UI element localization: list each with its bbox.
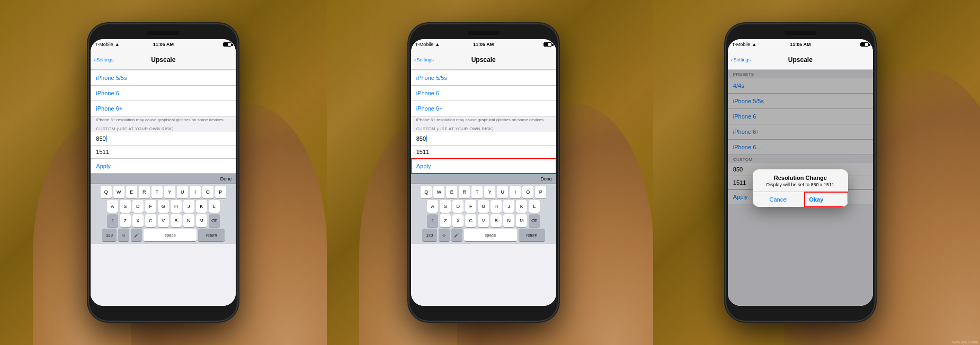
key-j[interactable]: J: [183, 200, 194, 213]
key-w[interactable]: W: [113, 186, 124, 198]
key2-t[interactable]: T: [471, 186, 483, 198]
key-123[interactable]: 123: [102, 229, 117, 241]
key-o[interactable]: O: [202, 186, 213, 198]
cancel-button-3[interactable]: Cancel: [753, 192, 805, 207]
key-z[interactable]: Z: [120, 214, 131, 227]
key-shift[interactable]: ⇧: [107, 214, 118, 227]
keyboard-toolbar-2: Done: [411, 174, 556, 184]
iphone-6-1[interactable]: iPhone 6: [91, 86, 236, 101]
key-mic[interactable]: 🎤: [131, 229, 142, 241]
key-d[interactable]: D: [132, 200, 144, 213]
back-button-2[interactable]: ‹ Settings: [414, 57, 434, 63]
field2-1[interactable]: 1511: [91, 146, 236, 159]
key-i[interactable]: I: [190, 186, 201, 198]
key-delete[interactable]: ⌫: [209, 214, 220, 227]
key-l[interactable]: L: [209, 200, 220, 213]
key2-l[interactable]: L: [529, 200, 540, 213]
panel-1: T-Mobile ▲ 11:05 AM ‹ Settings Upscale: [0, 0, 327, 345]
key2-h[interactable]: H: [491, 200, 502, 213]
key2-r[interactable]: R: [459, 186, 470, 198]
status-bar-1: T-Mobile ▲ 11:05 AM: [91, 39, 236, 50]
key2-q[interactable]: Q: [421, 186, 432, 198]
battery-fill-3: [861, 43, 865, 46]
iphone-6plus-2[interactable]: iPhone 6+: [411, 101, 556, 116]
key2-123[interactable]: 123: [422, 229, 437, 241]
key-row-4: 123 ☺ 🎤 space return: [92, 229, 235, 241]
key2-shift[interactable]: ⇧: [427, 214, 438, 227]
panel-2: T-Mobile ▲ 11:05 AM ‹ Settings Upscale: [327, 0, 654, 345]
key2-p[interactable]: P: [535, 186, 546, 198]
key2-z[interactable]: Z: [440, 214, 451, 227]
content-area-3: PRESETS 4/4s iPhone 5/5s iPhone 6 iPhone…: [728, 70, 873, 306]
apply-btn-1[interactable]: Apply: [91, 159, 236, 174]
iphone-55s-1[interactable]: iPhone 5/5s: [91, 70, 236, 86]
key2-a[interactable]: A: [427, 200, 438, 213]
key-b[interactable]: B: [171, 214, 182, 227]
key-t[interactable]: T: [152, 186, 163, 198]
key2-d[interactable]: D: [452, 200, 464, 213]
key2-v[interactable]: V: [478, 214, 489, 227]
key-space[interactable]: space: [144, 229, 197, 241]
key2-e[interactable]: E: [446, 186, 457, 198]
key-m[interactable]: M: [196, 214, 207, 227]
iphone-frame-1: T-Mobile ▲ 11:05 AM ‹ Settings Upscale: [89, 24, 237, 321]
key2-m[interactable]: M: [516, 214, 527, 227]
back-button-3[interactable]: ‹ Settings: [731, 57, 751, 63]
key2-mic[interactable]: 🎤: [451, 229, 462, 241]
key2-f[interactable]: F: [465, 200, 476, 213]
key-g[interactable]: G: [158, 200, 169, 213]
iphone-6-2[interactable]: iPhone 6: [411, 86, 556, 101]
key-a[interactable]: A: [107, 200, 118, 213]
key-r[interactable]: R: [139, 186, 150, 198]
key-y[interactable]: Y: [164, 186, 175, 198]
key2-c[interactable]: C: [465, 214, 476, 227]
panel-3: www.xyd n.com T-Mobile ▲ 11:05 AM ‹: [653, 0, 980, 345]
iphone-55s-2[interactable]: iPhone 5/5s: [411, 70, 556, 86]
wifi-2: ▲: [435, 42, 440, 47]
key-return[interactable]: return: [198, 229, 225, 241]
key-c[interactable]: C: [145, 214, 156, 227]
iphone-6plus-1[interactable]: iPhone 6+: [91, 101, 236, 116]
key2-x[interactable]: X: [452, 214, 464, 227]
key2-k[interactable]: K: [516, 200, 527, 213]
key-k[interactable]: K: [196, 200, 207, 213]
key2-emoji[interactable]: ☺: [439, 229, 450, 241]
key-x[interactable]: X: [132, 214, 144, 227]
key2-n[interactable]: N: [503, 214, 514, 227]
back-label-3: Settings: [734, 57, 751, 62]
key-row-2: A S D F G H J K L: [92, 200, 235, 213]
key2-o[interactable]: O: [522, 186, 533, 198]
field1-2[interactable]: 850: [411, 132, 556, 146]
key-u[interactable]: U: [177, 186, 188, 198]
key-f[interactable]: F: [145, 200, 156, 213]
key2-return[interactable]: return: [519, 229, 545, 241]
key-v[interactable]: V: [158, 214, 169, 227]
field2-2[interactable]: 1511: [411, 146, 556, 159]
dialog-title-3: Resolution Change: [753, 169, 848, 182]
key2-i[interactable]: I: [510, 186, 521, 198]
key2-y[interactable]: Y: [484, 186, 495, 198]
key2-space[interactable]: space: [464, 229, 517, 241]
key-p[interactable]: P: [215, 186, 226, 198]
field1-1[interactable]: 850: [91, 132, 236, 146]
key2-b[interactable]: B: [491, 214, 502, 227]
key-emoji[interactable]: ☺: [118, 229, 129, 241]
key2-u[interactable]: U: [497, 186, 508, 198]
key-e[interactable]: E: [126, 186, 137, 198]
watermark: www.xyd n.com: [952, 340, 978, 344]
back-button-1[interactable]: ‹ Settings: [94, 57, 113, 63]
presets-section-1: iPhone 5/5s iPhone 6 iPhone 6+: [91, 70, 236, 116]
nav-bar-1: ‹ Settings Upscale: [91, 50, 236, 70]
cursor-2: [426, 135, 427, 142]
key2-g[interactable]: G: [478, 200, 489, 213]
key2-w[interactable]: W: [433, 186, 444, 198]
key-q[interactable]: Q: [101, 186, 112, 198]
key-h[interactable]: H: [171, 200, 182, 213]
apply-btn-2[interactable]: Apply: [411, 159, 556, 174]
key2-s[interactable]: S: [440, 200, 451, 213]
okay-button-3[interactable]: Okay: [805, 192, 827, 207]
key-n[interactable]: N: [183, 214, 194, 227]
key-s[interactable]: S: [120, 200, 131, 213]
key2-j[interactable]: J: [503, 200, 514, 213]
key2-delete[interactable]: ⌫: [529, 214, 540, 227]
